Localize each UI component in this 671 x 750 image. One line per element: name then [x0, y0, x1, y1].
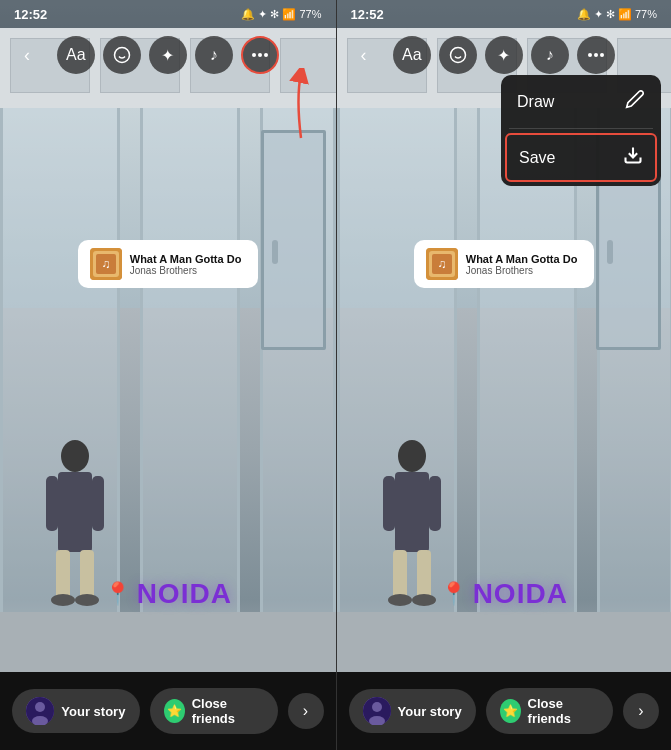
next-button[interactable]: ›	[288, 693, 324, 729]
svg-point-27	[388, 594, 412, 606]
svg-point-8	[114, 48, 129, 63]
music-tool-button-right[interactable]: ♪	[531, 36, 569, 74]
bottom-bar: Your story ⭐ Close friends ›	[0, 672, 336, 750]
status-bar-right: 12:52 🔔 ✦ ✻ 📶 77%	[337, 0, 672, 28]
music-artist-right: Jonas Brothers	[466, 265, 582, 276]
door-handle-right	[607, 240, 613, 264]
left-panel: 12:52 🔔 ✦ ✻ 📶 77% ‹ Aa ✦ ♪	[0, 0, 336, 750]
more-tool-button[interactable]	[241, 36, 279, 74]
location-sticker[interactable]: 📍 NOIDA	[104, 578, 232, 610]
pin-icon: 📍	[104, 581, 131, 607]
svg-rect-1	[58, 472, 92, 552]
svg-point-32	[588, 53, 592, 57]
door-frame	[261, 130, 326, 350]
effects-tool-button[interactable]: ✦	[149, 36, 187, 74]
music-thumbnail: ♫	[90, 248, 122, 280]
close-friends-label-right: Close friends	[528, 696, 599, 726]
sticker-tool-button[interactable]	[103, 36, 141, 74]
svg-point-21	[398, 440, 426, 472]
save-label: Save	[519, 149, 555, 167]
svg-point-0	[61, 440, 89, 472]
svg-text:♫: ♫	[437, 257, 446, 271]
menu-divider	[509, 128, 653, 129]
svg-point-34	[600, 53, 604, 57]
your-story-label-right: Your story	[398, 704, 462, 719]
effects-tool-button-right[interactable]: ✦	[485, 36, 523, 74]
person-silhouette	[40, 438, 110, 612]
close-friends-icon: ⭐	[164, 699, 185, 723]
right-panel: 12:52 🔔 ✦ ✻ 📶 77% ‹ Aa ✦ ♪ Draw	[336, 0, 672, 750]
status-time: 12:52	[14, 7, 47, 22]
svg-point-11	[252, 53, 256, 57]
svg-rect-24	[429, 476, 441, 531]
dropdown-menu: Draw Save	[501, 75, 661, 186]
draw-label: Draw	[517, 93, 554, 111]
music-tool-button[interactable]: ♪	[195, 36, 233, 74]
draw-menu-item[interactable]: Draw	[501, 75, 661, 128]
svg-rect-3	[92, 476, 104, 531]
back-button[interactable]: ‹	[10, 38, 44, 72]
star-icon: ✦	[258, 8, 267, 21]
status-icons: 🔔 ✦ ✻ 📶 77%	[241, 8, 321, 21]
arrow-annotation	[286, 68, 316, 152]
draw-icon	[625, 89, 645, 114]
location-text: NOIDA	[137, 578, 232, 610]
svg-rect-5	[80, 550, 94, 600]
svg-point-7	[75, 594, 99, 606]
toolbar-right: ‹ Aa ✦ ♪	[337, 28, 672, 82]
text-tool-button-right[interactable]: Aa	[393, 36, 431, 74]
bottom-bar-right: Your story ⭐ Close friends ›	[337, 672, 672, 750]
svg-point-33	[594, 53, 598, 57]
svg-text:♫: ♫	[101, 257, 110, 271]
svg-rect-2	[46, 476, 58, 531]
music-sticker[interactable]: ♫ What A Man Gotta Do Jonas Brothers	[78, 240, 258, 288]
close-friends-button[interactable]: ⭐ Close friends	[150, 688, 278, 734]
your-story-button-right[interactable]: Your story	[349, 689, 476, 733]
more-tool-button-right[interactable]	[577, 36, 615, 74]
music-thumbnail-right: ♫	[426, 248, 458, 280]
back-button-right[interactable]: ‹	[347, 38, 381, 72]
floor-right	[337, 612, 672, 672]
music-info: What A Man Gotta Do Jonas Brothers	[130, 253, 246, 276]
door-handle	[272, 240, 278, 264]
svg-point-29	[450, 48, 465, 63]
floor	[0, 612, 336, 672]
save-icon	[623, 145, 643, 170]
story-avatar	[26, 697, 54, 725]
svg-rect-26	[417, 550, 431, 600]
signal-icon-r: 📶	[618, 8, 632, 21]
svg-point-19	[35, 702, 45, 712]
music-info-right: What A Man Gotta Do Jonas Brothers	[466, 253, 582, 276]
svg-point-13	[264, 53, 268, 57]
your-story-label: Your story	[61, 704, 125, 719]
svg-rect-25	[393, 550, 407, 600]
location-text-right: NOIDA	[473, 578, 568, 610]
sticker-tool-button-right[interactable]	[439, 36, 477, 74]
battery-text-r: 77%	[635, 8, 657, 20]
next-button-right[interactable]: ›	[623, 693, 659, 729]
music-title: What A Man Gotta Do	[130, 253, 246, 265]
signal-icon: 📶	[282, 8, 296, 21]
status-bar: 12:52 🔔 ✦ ✻ 📶 77%	[0, 0, 336, 28]
svg-point-41	[372, 702, 382, 712]
person-silhouette-right	[377, 438, 447, 612]
close-friends-button-right[interactable]: ⭐ Close friends	[486, 688, 613, 734]
pin-icon-right: 📍	[440, 581, 467, 607]
close-friends-label: Close friends	[192, 696, 264, 726]
music-title-right: What A Man Gotta Do	[466, 253, 582, 265]
location-sticker-right[interactable]: 📍 NOIDA	[440, 578, 568, 610]
music-artist: Jonas Brothers	[130, 265, 246, 276]
your-story-button[interactable]: Your story	[12, 689, 140, 733]
save-menu-item-wrapper: Save	[505, 133, 657, 182]
music-sticker-right[interactable]: ♫ What A Man Gotta Do Jonas Brothers	[414, 240, 594, 288]
status-time-right: 12:52	[351, 7, 384, 22]
svg-rect-23	[383, 476, 395, 531]
battery-text: 77%	[299, 8, 321, 20]
bluetooth-icon-r: ✻	[606, 8, 615, 21]
svg-point-12	[258, 53, 262, 57]
svg-rect-4	[56, 550, 70, 600]
text-tool-button[interactable]: Aa	[57, 36, 95, 74]
save-menu-item[interactable]: Save	[507, 135, 655, 180]
svg-rect-22	[395, 472, 429, 552]
svg-point-28	[412, 594, 436, 606]
